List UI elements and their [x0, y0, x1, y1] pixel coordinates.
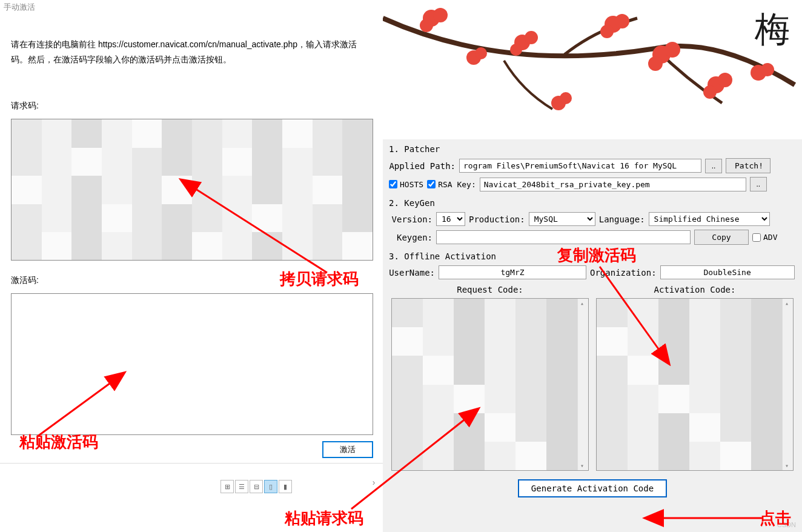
browse-path-button[interactable]: .. [705, 159, 722, 173]
keygen-input[interactable] [436, 230, 691, 244]
production-select[interactable]: MySQL [529, 212, 595, 226]
keygen-section-title: 2. KeyGen [383, 193, 802, 210]
organization-input[interactable] [660, 265, 795, 279]
applied-path-input[interactable] [459, 159, 701, 173]
grid-view-icon[interactable]: ⊞ [220, 480, 234, 493]
offline-section-title: 3. Offline Activation [383, 247, 802, 264]
activation-code-label: 激活码: [11, 275, 372, 286]
rsa-key-input[interactable] [480, 178, 746, 191]
svg-point-14 [703, 85, 717, 99]
svg-point-10 [664, 42, 680, 58]
plum-blossom-header: 梅 [383, 0, 802, 139]
copy-button[interactable]: Copy [694, 230, 749, 245]
activation-code-textarea[interactable] [11, 293, 373, 435]
detail-view-icon[interactable]: ⊟ [250, 480, 263, 493]
svg-point-2 [420, 19, 433, 32]
view-mode-toolbar: ⊞ ☰ ⊟ ▯ ▮ [220, 480, 292, 493]
version-label: Version: [389, 214, 432, 224]
watermark: CSDN [777, 521, 796, 528]
username-label: UserName: [389, 268, 435, 278]
username-input[interactable] [439, 265, 586, 279]
svg-point-16 [761, 63, 774, 76]
svg-point-20 [475, 47, 487, 59]
activation-code-header: Activation Code: [596, 281, 794, 298]
svg-point-1 [433, 8, 448, 22]
patcher-section-title: 1. Patcher [383, 139, 802, 156]
version-select[interactable]: 16 [436, 212, 465, 226]
request-code-textarea[interactable] [11, 119, 373, 261]
dialog-title: 手动激活 [0, 0, 383, 15]
request-code-label: 请求码: [11, 101, 372, 111]
mei-calligraphy: 梅 [755, 6, 790, 53]
language-label: Language: [599, 214, 645, 224]
svg-point-11 [648, 56, 663, 71]
svg-point-5 [510, 44, 522, 56]
instruction-text: 请在有连接的电脑前往 https://customer.navicat.com/… [11, 37, 372, 67]
panel-view-icon[interactable]: ▯ [264, 480, 277, 493]
language-select[interactable]: Simplified Chinese [649, 212, 770, 226]
svg-point-4 [525, 31, 538, 44]
split-view-icon[interactable]: ▮ [279, 480, 292, 493]
plum-blossom-illustration [383, 0, 802, 139]
manual-activation-dialog: 手动激活 请在有连接的电脑前往 https://customer.navicat… [0, 0, 383, 532]
list-view-icon[interactable]: ☰ [235, 480, 248, 493]
svg-point-18 [560, 92, 572, 104]
organization-label: Organization: [590, 268, 657, 278]
svg-point-13 [718, 73, 732, 87]
keygen-label: Keygen: [389, 233, 432, 242]
adv-checkbox[interactable]: ADV [752, 233, 777, 242]
request-code-box[interactable] [391, 298, 589, 471]
request-code-header: Request Code: [391, 281, 589, 298]
activate-button[interactable]: 激活 [322, 441, 373, 458]
generate-activation-button[interactable]: Generate Activation Code [518, 479, 667, 497]
bottom-toolbar [0, 463, 383, 498]
scrollbar[interactable] [782, 299, 793, 470]
rsa-key-checkbox[interactable]: RSA Key: [427, 180, 476, 189]
hosts-checkbox[interactable]: HOSTS [389, 180, 423, 189]
scrollbar[interactable] [577, 299, 588, 470]
svg-point-8 [600, 25, 614, 38]
applied-path-label: Applied Path: [389, 161, 456, 171]
svg-point-7 [615, 14, 629, 28]
patch-button[interactable]: Patch! [726, 158, 771, 173]
scroll-right-icon[interactable]: › [368, 470, 379, 494]
keygen-app: 梅 1. Patcher Applied Path: .. Patch! HOS… [383, 0, 802, 532]
browse-rsa-button[interactable]: .. [750, 177, 767, 191]
activation-code-box[interactable] [596, 298, 794, 471]
production-label: Production: [469, 214, 525, 224]
